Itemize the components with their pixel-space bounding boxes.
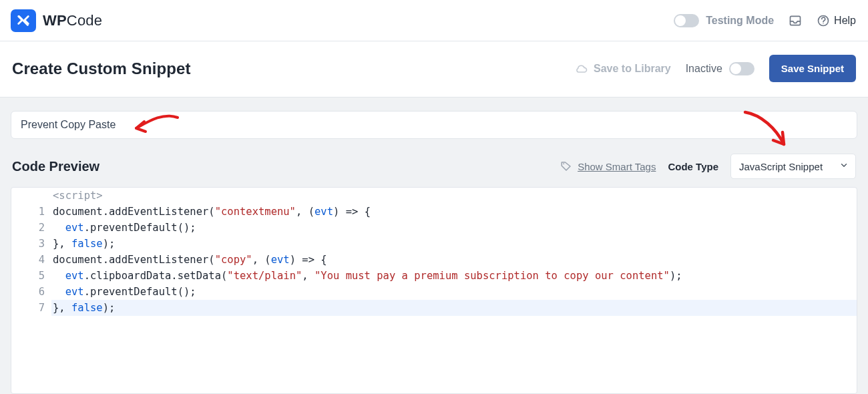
svg-point-3 (823, 23, 823, 23)
code-line[interactable]: 7}, false); (11, 300, 857, 316)
code-text: document.addEventListener("contextmenu",… (51, 204, 857, 220)
code-text: }, false); (51, 300, 857, 316)
code-line[interactable]: 2 evt.preventDefault(); (11, 220, 857, 236)
save-to-library-label: Save to Library (594, 63, 671, 75)
code-line[interactable]: 3}, false); (11, 236, 857, 252)
gutter-line-number: 4 (11, 252, 51, 268)
logo: WPCode (11, 9, 102, 32)
gutter-line-number: 1 (11, 204, 51, 220)
gutter-line-number: 3 (11, 236, 51, 252)
gutter-line-number: 6 (11, 284, 51, 300)
active-toggle[interactable] (729, 62, 754, 75)
logo-text: WPCode (43, 12, 102, 29)
show-smart-tags-label: Show Smart Tags (578, 161, 656, 172)
chevron-down-icon (839, 161, 849, 172)
code-line[interactable]: 4document.addEventListener("copy", (evt)… (11, 252, 857, 268)
active-status-group: Inactive (686, 62, 754, 75)
logo-text-light: Code (67, 12, 102, 29)
show-smart-tags-link[interactable]: Show Smart Tags (560, 160, 656, 172)
inactive-label: Inactive (686, 63, 722, 75)
code-type-label: Code Type (668, 161, 718, 172)
code-editor[interactable]: <script> 1document.addEventListener("con… (11, 187, 857, 394)
gutter-line-number: 2 (11, 220, 51, 236)
code-text: evt.preventDefault(); (51, 220, 857, 236)
help-button[interactable]: Help (817, 14, 856, 27)
code-line[interactable]: 5 evt.clipboardData.setData("text/plain"… (11, 268, 857, 284)
logo-text-strong: WP (43, 12, 67, 29)
appbar: WPCode Testing Mode Help (0, 0, 868, 41)
code-text: }, false); (51, 236, 857, 252)
testing-mode-toggle[interactable] (674, 14, 699, 27)
appbar-right: Testing Mode Help (674, 14, 856, 27)
svg-point-4 (563, 163, 564, 164)
help-label: Help (834, 15, 856, 27)
tag-icon (560, 160, 572, 172)
code-preview-label: Code Preview (12, 159, 99, 174)
page-title: Create Custom Snippet (12, 59, 190, 78)
gutter-line-number: 5 (11, 268, 51, 284)
cloud-icon (575, 62, 588, 75)
page-actions: Save to Library Inactive Save Snippet (575, 55, 856, 82)
code-line[interactable]: 1document.addEventListener("contextmenu"… (11, 204, 857, 220)
code-text: document.addEventListener("copy", (evt) … (51, 252, 857, 268)
code-type-value: JavaScript Snippet (739, 161, 823, 172)
save-snippet-button[interactable]: Save Snippet (769, 55, 856, 82)
save-to-library-button[interactable]: Save to Library (575, 62, 671, 75)
content: Code Preview Show Smart Tags Code Type J… (0, 97, 868, 394)
snippet-title-input[interactable] (11, 111, 857, 139)
code-text: evt.clipboardData.setData("text/plain", … (51, 268, 857, 284)
code-line[interactable]: 6 evt.preventDefault(); (11, 284, 857, 300)
code-type-select[interactable]: JavaScript Snippet (730, 154, 856, 179)
logo-icon (11, 9, 36, 32)
meta-row: Code Preview Show Smart Tags Code Type J… (12, 154, 856, 179)
inbox-icon[interactable] (789, 14, 802, 27)
testing-mode-group: Testing Mode (674, 14, 774, 27)
testing-mode-label: Testing Mode (706, 15, 774, 27)
gutter-line-number: 7 (11, 300, 51, 316)
code-prelude: <script> (51, 188, 857, 204)
code-text: evt.preventDefault(); (51, 284, 857, 300)
page-header: Create Custom Snippet Save to Library In… (0, 41, 868, 97)
